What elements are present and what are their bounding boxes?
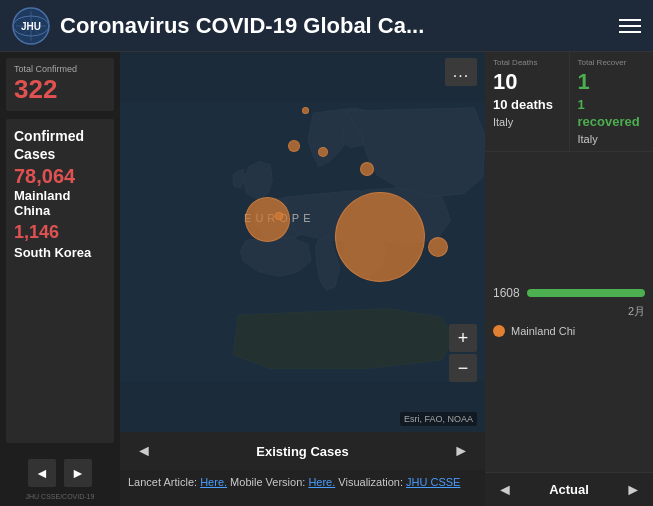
map-bubble-small-3 bbox=[360, 162, 374, 176]
confirmed-cases-location: Mainland China bbox=[14, 188, 106, 218]
actual-prev-button[interactable]: ◄ bbox=[493, 479, 517, 501]
right-panel: Total Deaths 10 10 deaths Italy Total Re… bbox=[485, 52, 653, 506]
map-bubble-medium bbox=[245, 197, 290, 242]
sidebar-prev-button[interactable]: ◄ bbox=[28, 459, 56, 487]
deaths-box: Total Deaths 10 10 deaths Italy bbox=[485, 52, 570, 151]
recovered-box: Total Recover 1 1 recovered Italy bbox=[570, 52, 654, 151]
recovered-label: Total Recover bbox=[578, 58, 627, 67]
map-nav-bar: ◄ Existing Cases ► bbox=[120, 432, 485, 470]
map-options-button[interactable]: ... bbox=[445, 58, 477, 86]
app-logo: JHU bbox=[12, 7, 50, 45]
legend-item: Mainland Chi bbox=[493, 325, 645, 337]
timeline-value: 1608 bbox=[493, 286, 521, 300]
map-nav-prev-button[interactable]: ◄ bbox=[130, 440, 158, 462]
confirmed-cases-title: Confirmed Cases bbox=[14, 128, 84, 162]
timeline-box: 1608 2月 Mainland Chi bbox=[485, 152, 653, 472]
hamburger-menu[interactable] bbox=[619, 19, 641, 33]
confirmed-cases-number: 78,064 bbox=[14, 165, 106, 188]
deaths-value: 10 bbox=[493, 69, 517, 95]
south-korea-box: 1,146 South Korea bbox=[14, 222, 106, 261]
map-bubble-small-6 bbox=[302, 107, 309, 114]
sidebar: Total Confirmed 322 Confirmed Cases 78,0… bbox=[0, 52, 120, 506]
app-title: Coronavirus COVID-19 Global Ca... bbox=[60, 13, 609, 39]
map-bubble-small-4 bbox=[275, 212, 283, 220]
mobile-link[interactable]: Here. bbox=[308, 476, 335, 488]
recovered-location: Italy bbox=[578, 133, 598, 145]
total-confirmed-box: Total Confirmed 322 bbox=[6, 58, 114, 111]
zoom-controls: + − bbox=[449, 324, 477, 382]
total-confirmed-label: Total Confirmed bbox=[14, 64, 106, 74]
deaths-location: Italy bbox=[493, 116, 513, 128]
map-bubble-small-1 bbox=[288, 140, 300, 152]
map-area[interactable]: EUROPE ... + − bbox=[120, 52, 485, 432]
timeline-bar-area: 1608 bbox=[493, 286, 645, 300]
actual-next-button[interactable]: ► bbox=[621, 479, 645, 501]
deaths-description: 10 deaths bbox=[493, 97, 553, 114]
svg-text:JHU: JHU bbox=[21, 21, 41, 32]
confirmed-cases-box: Confirmed Cases 78,064 Mainland China 1,… bbox=[6, 119, 114, 443]
timeline-bar bbox=[527, 289, 645, 297]
vis-link[interactable]: JHU CSSE bbox=[406, 476, 460, 488]
header: JHU Coronavirus COVID-19 Global Ca... bbox=[0, 0, 653, 52]
map-bubble-large bbox=[335, 192, 425, 282]
legend-label: Mainland Chi bbox=[511, 325, 575, 337]
map-nav-next-button[interactable]: ► bbox=[447, 440, 475, 462]
lancet-link[interactable]: Here. bbox=[200, 476, 227, 488]
legend-dot bbox=[493, 325, 505, 337]
sidebar-bottom-label: JHU CSSE/COVID-19 bbox=[6, 493, 114, 500]
map-nav-label: Existing Cases bbox=[256, 444, 349, 459]
zoom-in-button[interactable]: + bbox=[449, 324, 477, 352]
map-attribution: Esri, FAO, NOAA bbox=[400, 412, 477, 426]
map-bottom-text: Lancet Article: Here. Mobile Version: He… bbox=[128, 476, 460, 488]
south-korea-label: South Korea bbox=[14, 245, 91, 260]
stats-row: Total Deaths 10 10 deaths Italy Total Re… bbox=[485, 52, 653, 152]
map-bubble-small-5 bbox=[428, 237, 448, 257]
actual-label: Actual bbox=[549, 482, 589, 497]
sidebar-nav-arrows: ◄ ► bbox=[6, 459, 114, 487]
main-content: Total Confirmed 322 Confirmed Cases 78,0… bbox=[0, 52, 653, 506]
sidebar-next-button[interactable]: ► bbox=[64, 459, 92, 487]
timeline-date: 2月 bbox=[493, 304, 645, 319]
deaths-label: Total Deaths bbox=[493, 58, 537, 67]
south-korea-number: 1,146 bbox=[14, 222, 59, 242]
map-container: EUROPE ... + − bbox=[120, 52, 485, 506]
recovered-value: 1 bbox=[578, 69, 590, 95]
total-confirmed-value: 322 bbox=[14, 74, 57, 104]
zoom-out-button[interactable]: − bbox=[449, 354, 477, 382]
recovered-description: 1 recovered bbox=[578, 97, 646, 131]
map-bottom-strip: Lancet Article: Here. Mobile Version: He… bbox=[120, 470, 485, 506]
map-bubble-small-2 bbox=[318, 147, 328, 157]
actual-nav-bar: ◄ Actual ► bbox=[485, 472, 653, 506]
